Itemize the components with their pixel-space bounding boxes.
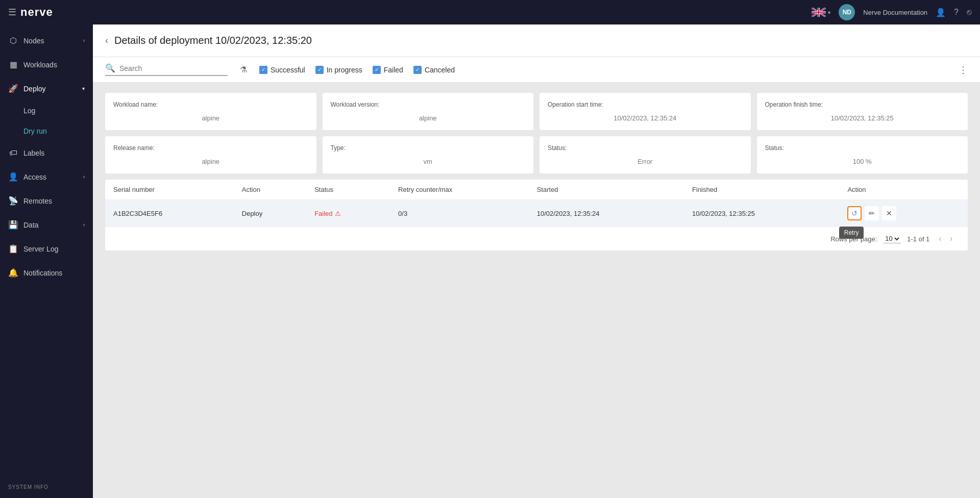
uk-flag-icon <box>812 8 826 17</box>
col-status: Status <box>306 180 390 200</box>
filter-successful-label: Successful <box>271 66 305 74</box>
card-value: alpine <box>331 114 526 122</box>
cell-actions: ↺ Retry ✏ ✕ <box>839 200 968 227</box>
system-info[interactable]: SYSTEM INFO <box>0 476 93 498</box>
nerve-doc-link[interactable]: Nerve Documentation <box>863 9 927 16</box>
notifications-icon: 🔔 <box>8 268 18 278</box>
cell-started: 10/02/2023, 12:35:24 <box>529 200 684 227</box>
failed-checkbox[interactable]: ✓ <box>373 66 381 74</box>
page-nav: ‹ › <box>936 233 955 244</box>
sidebar-item-deploy[interactable]: 🚀 Deploy ▾ <box>0 77 93 101</box>
card-label: Operation start time: <box>548 101 743 108</box>
retry-button[interactable]: ↺ <box>847 206 862 220</box>
chevron-down-icon: ▾ <box>82 86 85 91</box>
language-selector[interactable]: ▾ <box>812 8 830 17</box>
card-type: Type: vm <box>323 136 534 173</box>
card-value: Error <box>548 158 743 165</box>
col-finished: Finished <box>684 180 839 200</box>
filter-failed[interactable]: ✓ Failed <box>373 66 403 74</box>
filter-canceled-label: Canceled <box>425 66 455 74</box>
card-op-finish: Operation finish time: 10/02/2023, 12:35… <box>757 93 968 130</box>
sidebar-item-label: Data <box>23 221 39 229</box>
sidebar-item-dryrun[interactable]: Dry run <box>0 121 93 141</box>
card-workload-version: Workload version: alpine <box>323 93 534 130</box>
col-started: Started <box>529 180 684 200</box>
sidebar-item-remotes[interactable]: 📡 Remotes <box>0 189 93 213</box>
info-cards: Workload name: alpine Workload version: … <box>93 83 980 180</box>
serverlog-icon: 📋 <box>8 244 18 254</box>
sidebar-item-labels[interactable]: 🏷 Labels <box>0 141 93 165</box>
warning-icon: ⚠ <box>335 210 341 217</box>
card-release-name: Release name: alpine <box>105 136 316 173</box>
chevron-right-icon: › <box>83 38 85 43</box>
sidebar-item-label: Workloads <box>23 61 57 69</box>
retry-tooltip-wrapper: ↺ Retry <box>847 206 862 220</box>
remotes-icon: 📡 <box>8 196 18 206</box>
content-area: ‹ Details of deployment 10/02/2023, 12:3… <box>93 24 980 498</box>
next-page-button[interactable]: › <box>947 233 955 244</box>
card-status-percent: Status: 100 % <box>757 136 968 173</box>
rows-per-page-select[interactable]: 10 25 50 <box>883 234 901 243</box>
back-button[interactable]: ‹ <box>105 35 108 46</box>
card-label: Operation finish time: <box>765 101 960 108</box>
filter-successful[interactable]: ✓ Successful <box>259 66 305 74</box>
status-failed: Failed ⚠ <box>314 210 382 217</box>
card-op-start: Operation start time: 10/02/2023, 12:35:… <box>540 93 751 130</box>
retry-tooltip: Retry <box>839 227 864 239</box>
prev-page-button[interactable]: ‹ <box>936 233 944 244</box>
action-icons: ↺ Retry ✏ ✕ <box>847 206 960 220</box>
sidebar-item-data[interactable]: 💾 Data › <box>0 213 93 237</box>
edit-button[interactable]: ✏ <box>865 206 879 220</box>
inprogress-checkbox[interactable]: ✓ <box>315 66 324 74</box>
card-value: alpine <box>113 114 308 122</box>
failed-label: Failed <box>314 210 332 217</box>
card-label: Type: <box>331 144 526 152</box>
page-title: Details of deployment 10/02/2023, 12:35:… <box>114 35 312 46</box>
card-value: 100 % <box>765 158 960 165</box>
card-status-error: Status: Error <box>540 136 751 173</box>
sidebar-item-serverlog[interactable]: 📋 Server Log <box>0 237 93 261</box>
logout-icon[interactable]: ⎋ <box>967 8 972 17</box>
chevron-right-icon: › <box>83 222 85 228</box>
card-value: vm <box>331 158 526 165</box>
canceled-checkbox[interactable]: ✓ <box>413 66 422 74</box>
sidebar-item-label: Server Log <box>23 245 58 253</box>
search-icon: 🔍 <box>105 63 115 73</box>
sidebar: ⬡ Nodes › ▦ Workloads 🚀 Deploy ▾ Log Dry… <box>0 24 93 498</box>
filter-options: ✓ Successful ✓ In progress ✓ Failed ✓ Ca… <box>259 66 455 74</box>
sidebar-sub-label: Dry run <box>23 127 47 135</box>
sidebar-item-label: Access <box>23 173 46 181</box>
delete-button[interactable]: ✕ <box>882 206 896 220</box>
sidebar-item-label: Deploy <box>23 85 46 93</box>
filter-canceled[interactable]: ✓ Canceled <box>413 66 455 74</box>
search-input[interactable] <box>119 64 222 72</box>
sidebar-item-access[interactable]: 👤 Access › <box>0 165 93 189</box>
sidebar-item-workloads[interactable]: ▦ Workloads <box>0 53 93 77</box>
col-action-btn: Action <box>839 180 968 200</box>
table-container: Serial number Action Status Retry counte… <box>105 180 968 251</box>
cell-finished: 10/02/2023, 12:35:25 <box>684 200 839 227</box>
deployments-table: Serial number Action Status Retry counte… <box>105 180 968 227</box>
cell-action: Deploy <box>234 200 306 227</box>
sidebar-item-log[interactable]: Log <box>0 101 93 121</box>
main-layout: ⬡ Nodes › ▦ Workloads 🚀 Deploy ▾ Log Dry… <box>0 24 980 498</box>
card-label: Workload name: <box>113 101 308 108</box>
successful-checkbox[interactable]: ✓ <box>259 66 267 74</box>
filter-inprogress[interactable]: ✓ In progress <box>315 66 362 74</box>
user-icon[interactable]: 👤 <box>936 8 946 17</box>
chevron-down-icon: ▾ <box>828 10 830 15</box>
card-value: alpine <box>113 158 308 165</box>
card-value: 10/02/2023, 12:35:25 <box>765 114 960 122</box>
topbar-logo: ☰ nerve <box>8 6 805 19</box>
col-serial: Serial number <box>105 180 234 200</box>
hamburger-icon[interactable]: ☰ <box>8 7 16 18</box>
sidebar-item-nodes[interactable]: ⬡ Nodes › <box>0 29 93 53</box>
help-icon[interactable]: ? <box>954 8 959 17</box>
page-header: ‹ Details of deployment 10/02/2023, 12:3… <box>93 24 980 57</box>
chevron-right-icon: › <box>83 174 85 180</box>
more-options-button[interactable]: ⋮ <box>959 64 968 76</box>
sidebar-item-label: Nodes <box>23 37 44 45</box>
sidebar-item-notifications[interactable]: 🔔 Notifications <box>0 261 93 285</box>
sidebar-item-label: Labels <box>23 149 44 157</box>
filter-icon: ⚗ <box>240 65 247 74</box>
